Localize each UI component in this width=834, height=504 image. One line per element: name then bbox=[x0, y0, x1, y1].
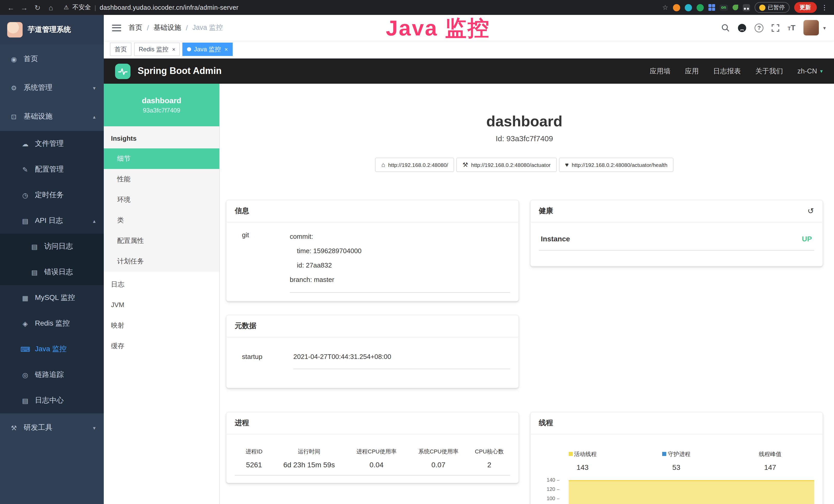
health-card-body: Instance UP bbox=[531, 222, 822, 266]
sidebar-item-file-mgmt[interactable]: ☁ 文件管理 bbox=[0, 131, 104, 157]
history-icon[interactable]: ↺ bbox=[808, 206, 814, 216]
nav-journal[interactable]: 日志报表 bbox=[713, 67, 741, 76]
sba-item-config-props[interactable]: 配置属性 bbox=[104, 231, 219, 251]
mysql-icon: ▦ bbox=[21, 294, 30, 302]
threads-card: 线程 活动线程 143 守护进程 53 bbox=[530, 412, 823, 504]
breadcrumb-home[interactable]: 首页 bbox=[128, 23, 142, 32]
address-bar[interactable]: ⚠ 不安全 | dashboard.yudao.iocoder.cn/infra… bbox=[64, 3, 658, 12]
sidebar-item-access-logs[interactable]: ▤ 访问日志 bbox=[0, 234, 104, 259]
browser-menu-icon[interactable]: ⋮ bbox=[821, 4, 828, 11]
gear-icon: ⚙ bbox=[9, 84, 19, 92]
threads-chart-area-yellow bbox=[569, 480, 814, 504]
font-size-icon[interactable]: TT bbox=[788, 24, 795, 31]
tab-home[interactable]: 首页 bbox=[110, 43, 132, 56]
table-row[interactable]: Instance UP bbox=[539, 235, 814, 251]
instance-header[interactable]: dashboard 93a3fc7f7409 bbox=[104, 84, 219, 126]
sidebar-item-error-logs[interactable]: ▤ 错误日志 bbox=[0, 259, 104, 285]
sba-item-beans[interactable]: 类 bbox=[104, 210, 219, 231]
bookmark-star-icon[interactable]: ☆ bbox=[662, 4, 668, 11]
locale-selector[interactable]: zh-CN ▾ bbox=[797, 67, 823, 75]
home-icon[interactable]: ⌂ bbox=[46, 3, 56, 12]
tick-label: 140 bbox=[547, 477, 555, 483]
sidebar-item-mysql-monitor[interactable]: ▦ MySQL 监控 bbox=[0, 285, 104, 311]
legend-label: 线程峰值 bbox=[759, 450, 781, 458]
actuator-url-link[interactable]: ⚒ http://192.168.0.2:48080/actuator bbox=[456, 158, 557, 172]
sidebar-item-infrastructure[interactable]: ⊡ 基础设施 ▴ bbox=[0, 102, 104, 131]
breadcrumb-separator: / bbox=[147, 24, 149, 31]
update-button[interactable]: 更新 bbox=[794, 2, 816, 13]
health-url-link[interactable]: ♥ http://192.168.0.2:48080/actuator/heal… bbox=[559, 158, 674, 172]
legend-swatch-blue bbox=[662, 452, 666, 456]
nav-about[interactable]: 关于我们 bbox=[755, 67, 783, 76]
nav-wallboard[interactable]: 应用墙 bbox=[650, 67, 671, 76]
breadcrumb-infrastructure[interactable]: 基础设施 bbox=[154, 23, 181, 32]
sba-item-environment[interactable]: 环境 bbox=[104, 189, 219, 210]
process-card: 进程 进程ID 5261 运行时间 6d 23h 15m 59 bbox=[226, 412, 519, 483]
sba-item-scheduled-tasks[interactable]: 计划任务 bbox=[104, 251, 219, 272]
github-icon[interactable] bbox=[738, 23, 746, 32]
extension-green-icon[interactable] bbox=[696, 4, 704, 11]
back-icon[interactable]: ← bbox=[6, 3, 16, 12]
tab-java-monitor[interactable]: Java 监控 × bbox=[183, 43, 233, 56]
sba-item-mappings[interactable]: 映射 bbox=[104, 315, 219, 336]
sidebar-item-tracing[interactable]: ◎ 链路追踪 bbox=[0, 362, 104, 388]
avatar[interactable] bbox=[804, 20, 819, 36]
admin-sidebar: 芋道管理系统 ◉ 首页 ⚙ 系统管理 ▾ ⊡ 基础设施 ▴ ☁ 文件管理 ✎ bbox=[0, 15, 104, 504]
metadata-card: 元数据 startup 2021-04-27T00:44:31.254+08:0… bbox=[226, 315, 519, 388]
threads-legend: 活动线程 143 守护进程 53 线程峰值 14 bbox=[536, 449, 817, 472]
tab-redis-monitor[interactable]: Redis 监控 × bbox=[134, 43, 180, 56]
legend-item: 活动线程 143 bbox=[536, 449, 630, 472]
sidebar-item-redis-monitor[interactable]: ◈ Redis 监控 bbox=[0, 311, 104, 336]
extension-on-badge-icon[interactable]: on bbox=[720, 4, 728, 10]
sba-item-details[interactable]: 细节 bbox=[104, 148, 219, 169]
page-subtitle: Id: 93a3fc7f7409 bbox=[226, 134, 823, 143]
spring-boot-admin: Spring Boot Admin 应用墙 应用 日志报表 关于我们 zh-CN… bbox=[104, 59, 834, 504]
search-icon[interactable] bbox=[721, 24, 729, 32]
sba-body: dashboard 93a3fc7f7409 Insights 细节 性能 环境… bbox=[104, 84, 834, 504]
sidebar-item-dev-tools[interactable]: ⚒ 研发工具 ▾ bbox=[0, 413, 104, 442]
browser-toolbar-right: ☆ on 已暂停 更新 ⋮ bbox=[662, 2, 828, 13]
close-icon[interactable]: × bbox=[224, 46, 228, 52]
help-icon[interactable]: ? bbox=[755, 23, 763, 32]
sidebar-item-system-mgmt[interactable]: ⚙ 系统管理 ▾ bbox=[0, 73, 104, 102]
chevron-down-icon[interactable]: ▾ bbox=[823, 25, 826, 30]
paused-pill[interactable]: 已暂停 bbox=[754, 2, 789, 13]
instance-url-link[interactable]: ⌂ http://192.168.0.2:48080/ bbox=[375, 158, 454, 172]
tampermonkey-icon[interactable] bbox=[743, 4, 750, 11]
sba-item-jvm[interactable]: JVM bbox=[104, 295, 219, 315]
sidebar-item-log-center[interactable]: ▤ 日志中心 bbox=[0, 388, 104, 413]
sidebar-item-config-mgmt[interactable]: ✎ 配置管理 bbox=[0, 157, 104, 182]
security-label: 不安全 bbox=[72, 3, 91, 12]
reload-icon[interactable]: ↻ bbox=[33, 3, 42, 12]
nav-applications[interactable]: 应用 bbox=[685, 67, 699, 76]
fullscreen-icon[interactable] bbox=[772, 24, 779, 31]
tools-icon: ⚒ bbox=[9, 424, 19, 432]
extension-leaf-icon[interactable] bbox=[732, 5, 738, 10]
extension-teal-icon[interactable] bbox=[684, 4, 692, 11]
sidebar-item-cron-jobs[interactable]: ◷ 定时任务 bbox=[0, 182, 104, 208]
instance-id: 93a3fc7f7409 bbox=[104, 107, 219, 114]
sba-item-logs[interactable]: 日志 bbox=[104, 274, 219, 295]
sidebar-item-label: 研发工具 bbox=[24, 423, 52, 432]
sidebar-item-api-logs[interactable]: ▤ API 日志 ▴ bbox=[0, 208, 104, 234]
extension-orange-icon[interactable] bbox=[673, 4, 680, 11]
column-header: 进程ID bbox=[235, 448, 273, 456]
home-icon: ⌂ bbox=[381, 161, 385, 168]
hamburger-icon[interactable] bbox=[112, 24, 121, 31]
forward-icon[interactable]: → bbox=[20, 3, 29, 12]
sidebar-item-java-monitor[interactable]: ⌨ Java 监控 bbox=[0, 336, 104, 362]
y-axis-tick: 100 bbox=[536, 496, 559, 501]
browser-chrome: ← → ↻ ⌂ ⚠ 不安全 | dashboard.yudao.iocoder.… bbox=[0, 0, 834, 15]
brand-title[interactable]: Spring Boot Admin bbox=[138, 66, 222, 76]
legend-label: 守护进程 bbox=[668, 450, 690, 458]
threads-card-body: 活动线程 143 守护进程 53 线程峰值 14 bbox=[531, 434, 822, 504]
app-logo[interactable]: 芋道管理系统 bbox=[0, 15, 104, 45]
heart-icon: ♥ bbox=[565, 161, 569, 168]
extension-grid-icon[interactable] bbox=[708, 4, 715, 11]
sba-item-metrics[interactable]: 性能 bbox=[104, 169, 219, 189]
sidebar-item-home[interactable]: ◉ 首页 bbox=[0, 45, 104, 73]
close-icon[interactable]: × bbox=[172, 46, 175, 52]
sba-item-caches[interactable]: 缓存 bbox=[104, 336, 219, 357]
health-card: 健康 ↺ Instance UP bbox=[530, 200, 823, 267]
app-header: 首页 / 基础设施 / Java 监控 Java 监控 ? TT bbox=[104, 15, 834, 41]
